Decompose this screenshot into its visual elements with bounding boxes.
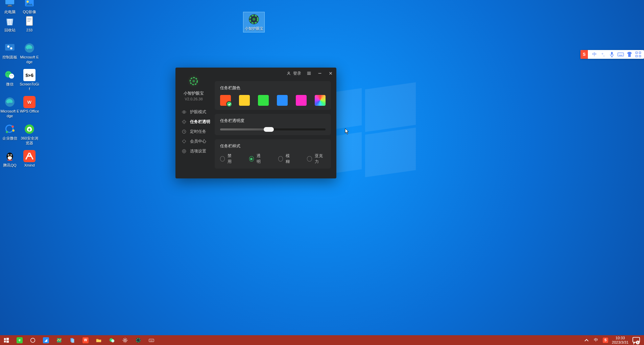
- desktop-icon-wechat[interactable]: 微信: [0, 69, 20, 87]
- ime-lang[interactable]: 中: [591, 51, 598, 58]
- color-swatch-1[interactable]: [220, 95, 231, 106]
- radio-disable[interactable]: 禁用: [220, 153, 235, 165]
- task-vscode[interactable]: ◢: [40, 335, 52, 345]
- icon-label: 360安全浏览器: [20, 136, 39, 146]
- svg-point-9: [8, 73, 9, 74]
- svg-point-59: [124, 339, 126, 341]
- desktop-icon-edge2[interactable]: Microsoft Edge: [20, 42, 39, 65]
- desktop-icon-360-browser[interactable]: e 360安全浏览器: [20, 123, 39, 146]
- svg-point-7: [9, 74, 14, 79]
- panel-title: 任务栏透明度: [220, 118, 326, 124]
- taskbar[interactable]: e ◢ W 中 S 10:33 2023/3/31 1: [0, 335, 644, 345]
- tray-notifications-button[interactable]: 1: [632, 335, 641, 345]
- desktop-icon-recycle-bin[interactable]: 回收站: [0, 15, 20, 33]
- minimize-icon: [317, 71, 322, 76]
- app-icon: [135, 337, 141, 343]
- task-browser-360[interactable]: e: [13, 335, 26, 345]
- color-swatch-rainbow[interactable]: [315, 95, 326, 106]
- svg-rect-28: [27, 20, 32, 20]
- nav-label: 会员中心: [190, 139, 206, 144]
- opacity-slider[interactable]: [220, 128, 326, 130]
- desktop-icon-qq[interactable]: 腾讯QQ: [0, 150, 20, 168]
- color-swatch-2[interactable]: [239, 95, 250, 106]
- icon-label: WPS Office: [20, 109, 39, 114]
- ime-skin-icon[interactable]: [626, 51, 633, 58]
- desktop-icon-file-233[interactable]: 233: [20, 15, 39, 33]
- task-explorer[interactable]: [92, 335, 105, 345]
- svg-point-42: [288, 72, 289, 73]
- svg-point-23: [9, 156, 11, 157]
- desktop-icon-app-shortcut[interactable]: 小智护眼宝: [243, 12, 264, 32]
- nav-taskbar-trans[interactable]: 任务栏透明: [175, 117, 212, 127]
- desktop-icon-control-panel[interactable]: 控制面板: [0, 42, 20, 60]
- nav-eye-mode[interactable]: 护眼模式: [175, 107, 212, 117]
- task-settings[interactable]: [119, 335, 132, 345]
- ime-floating-toolbar[interactable]: S 中 °,: [580, 50, 644, 59]
- login-button[interactable]: 登录: [286, 71, 301, 76]
- titlebar: 登录: [286, 70, 334, 76]
- slider-thumb[interactable]: [264, 127, 274, 132]
- radio-blur[interactable]: 模糊: [278, 153, 293, 165]
- desktop-icon-edge[interactable]: Microsoft Edge: [0, 96, 20, 119]
- nav-label: 选项设置: [190, 148, 206, 154]
- files-icon: [69, 337, 75, 343]
- close-button[interactable]: [328, 70, 334, 76]
- hamburger-icon: [307, 71, 311, 76]
- svg-point-35: [253, 18, 256, 21]
- desktop-icon-qq-imaging[interactable]: QQ影像: [20, 0, 39, 15]
- svg-rect-1: [8, 5, 12, 6]
- nav-label: 任务栏透明: [190, 119, 210, 125]
- radio-label: 亚克力: [315, 153, 326, 165]
- nav-scheduled[interactable]: 定时任务: [175, 127, 212, 137]
- icon-label: 控制面板: [0, 55, 20, 60]
- svg-rect-29: [27, 21, 30, 22]
- sogou-logo-icon: S: [580, 50, 588, 59]
- menu-button[interactable]: [306, 70, 312, 76]
- sparkle-icon: [182, 119, 187, 124]
- desktop-icon-wps[interactable]: W WPS Office: [20, 96, 39, 114]
- clock-time: 10:33: [612, 336, 628, 340]
- task-keyboard[interactable]: [145, 335, 158, 345]
- tray-clock[interactable]: 10:33 2023/3/31: [612, 336, 628, 344]
- map-icon: [56, 337, 62, 343]
- desktop-icon-enterprise-wechat[interactable]: 企业微信: [0, 123, 20, 141]
- ime-punct-icon[interactable]: °,: [600, 51, 606, 58]
- desktop-icon-xmind[interactable]: Xmind: [20, 150, 39, 168]
- task-cortana[interactable]: [26, 335, 39, 345]
- start-button[interactable]: [0, 335, 13, 345]
- icon-label: 233: [20, 28, 39, 33]
- chevron-up-icon: [583, 337, 590, 343]
- color-swatch-4[interactable]: [277, 95, 288, 106]
- task-maps[interactable]: [53, 335, 66, 345]
- task-wps[interactable]: W: [79, 335, 92, 345]
- task-files[interactable]: [66, 335, 79, 345]
- ime-mic-icon[interactable]: [609, 51, 615, 58]
- svg-text:e: e: [28, 127, 30, 131]
- task-wechat[interactable]: [105, 335, 118, 345]
- diamond-icon: [182, 139, 187, 144]
- folder-icon: [96, 337, 102, 343]
- color-swatch-3[interactable]: [258, 95, 269, 106]
- task-eye-app[interactable]: [132, 335, 145, 345]
- svg-point-8: [7, 73, 8, 74]
- nav-settings[interactable]: 选项设置: [175, 146, 212, 156]
- svg-point-15: [12, 129, 14, 131]
- clock-date: 2023/3/31: [612, 340, 628, 344]
- ime-toolbox-icon[interactable]: [635, 51, 642, 58]
- app-version-label: V2.0.26.38: [175, 97, 212, 101]
- desktop-icon-screentogif[interactable]: S>G ScreenToGif: [20, 69, 39, 92]
- color-swatch-5[interactable]: [296, 95, 307, 106]
- nav-member[interactable]: 会员中心: [175, 137, 212, 146]
- radio-label: 禁用: [228, 153, 235, 165]
- minimize-button[interactable]: [317, 70, 323, 76]
- icon-label: 腾讯QQ: [0, 163, 20, 168]
- tray-sogou-icon[interactable]: S: [602, 337, 609, 343]
- desktop-icon-this-pc[interactable]: 此电脑: [0, 0, 20, 15]
- tray-ime-lang[interactable]: 中: [593, 337, 599, 343]
- radio-acrylic[interactable]: 亚克力: [307, 153, 326, 165]
- radio-transparent[interactable]: 透明: [249, 153, 264, 165]
- tray-overflow-button[interactable]: [583, 337, 590, 343]
- ime-keyboard-icon[interactable]: [617, 51, 624, 58]
- svg-point-53: [31, 338, 35, 342]
- svg-rect-62: [149, 339, 154, 342]
